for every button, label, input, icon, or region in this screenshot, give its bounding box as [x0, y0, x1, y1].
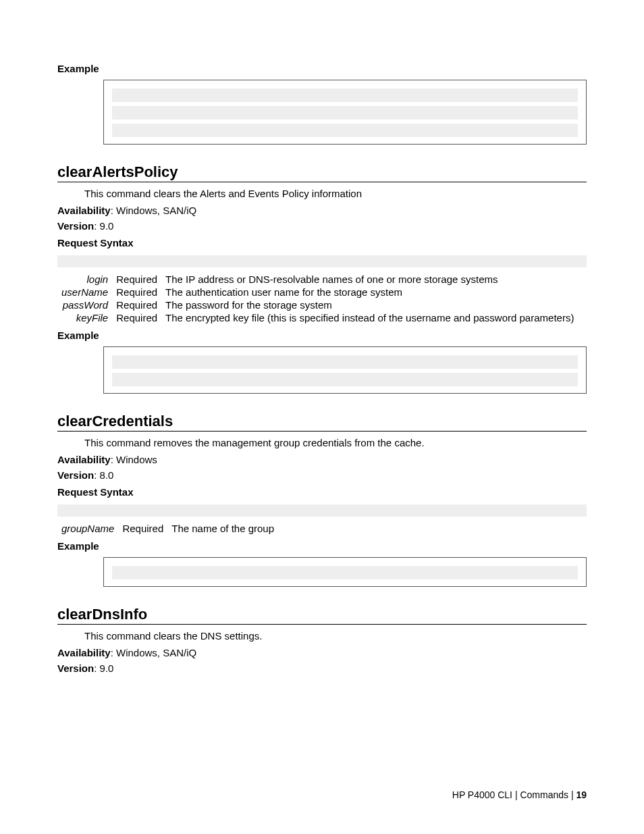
version-label: Version [57, 220, 94, 232]
param-name: userName [57, 286, 112, 298]
availability-label: Availability [57, 205, 111, 216]
code-line [112, 373, 578, 386]
param-required: Required [112, 273, 161, 286]
param-name: keyFile [57, 311, 112, 324]
params-table: login Required The IP address or DNS-res… [57, 273, 578, 324]
request-syntax-label: Request Syntax [57, 486, 587, 498]
code-line [112, 124, 578, 137]
section-heading-cleardnsinfo: clearDnsInfo [57, 606, 587, 625]
code-line [112, 106, 578, 120]
section-description: This command clears the Alerts and Event… [84, 188, 587, 199]
availability-line: Availability: Windows, SAN/iQ [57, 205, 587, 216]
param-desc: The IP address or DNS-resolvable names o… [161, 273, 578, 286]
section-heading-clearcredentials: clearCredentials [57, 413, 587, 432]
param-name: groupName [57, 522, 118, 535]
version-line: Version: 9.0 [57, 220, 587, 232]
param-required: Required [112, 298, 161, 311]
example-label: Example [57, 540, 587, 552]
param-required: Required [112, 311, 161, 324]
page-footer: HP P4000 CLI | Commands | 19 [452, 789, 587, 800]
param-required: Required [112, 286, 161, 298]
request-syntax-label: Request Syntax [57, 237, 587, 249]
version-value: : 9.0 [94, 662, 113, 674]
syntax-bar [57, 504, 587, 517]
example-box [103, 80, 587, 145]
example-box [103, 346, 587, 394]
availability-line: Availability: Windows [57, 454, 587, 465]
param-required: Required [118, 522, 167, 535]
example-label: Example [57, 63, 587, 74]
syntax-bar [57, 255, 587, 267]
version-line: Version: 8.0 [57, 469, 587, 481]
availability-value: : Windows [111, 454, 157, 465]
example-label: Example [57, 330, 587, 341]
param-desc: The password for the storage system [161, 298, 578, 311]
version-value: : 9.0 [94, 220, 113, 232]
version-label: Version [57, 662, 94, 674]
code-line [112, 355, 578, 369]
availability-label: Availability [57, 454, 111, 465]
version-line: Version: 9.0 [57, 662, 587, 674]
section-description: This command removes the management grou… [84, 437, 587, 448]
param-desc: The encrypted key file (this is specifie… [161, 311, 578, 324]
table-row: userName Required The authentication use… [57, 286, 578, 298]
param-name: passWord [57, 298, 112, 311]
code-line [112, 566, 578, 579]
param-name: login [57, 273, 112, 286]
params-table: groupName Required The name of the group [57, 522, 278, 535]
table-row: groupName Required The name of the group [57, 522, 278, 535]
section-description: This command clears the DNS settings. [84, 630, 587, 642]
page-number: 19 [576, 789, 587, 800]
footer-text: HP P4000 CLI | Commands | [452, 789, 576, 800]
availability-value: : Windows, SAN/iQ [111, 647, 197, 658]
table-row: passWord Required The password for the s… [57, 298, 578, 311]
param-desc: The name of the group [167, 522, 278, 535]
table-row: login Required The IP address or DNS-res… [57, 273, 578, 286]
param-desc: The authentication user name for the sto… [161, 286, 578, 298]
example-box [103, 557, 587, 587]
availability-value: : Windows, SAN/iQ [111, 205, 197, 216]
version-value: : 8.0 [94, 469, 113, 481]
section-heading-clearalertspolicy: clearAlertsPolicy [57, 163, 587, 182]
availability-label: Availability [57, 647, 111, 658]
code-line [112, 88, 578, 102]
availability-line: Availability: Windows, SAN/iQ [57, 647, 587, 658]
version-label: Version [57, 469, 94, 481]
table-row: keyFile Required The encrypted key file … [57, 311, 578, 324]
